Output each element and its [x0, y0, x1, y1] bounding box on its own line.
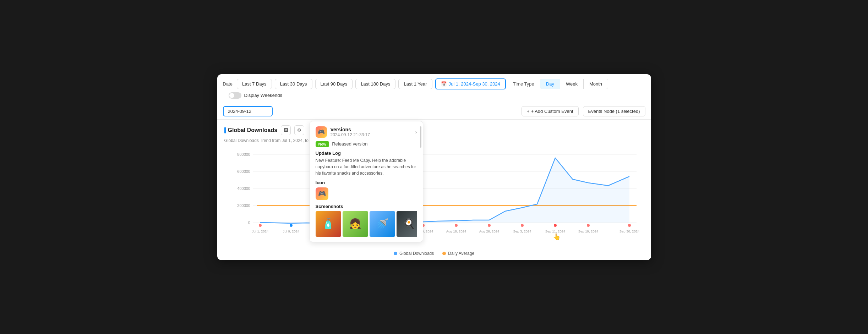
tab-30days[interactable]: Last 30 Days [275, 79, 312, 89]
display-weekends-toggle[interactable] [229, 92, 241, 99]
new-badge: New [316, 141, 329, 147]
version-row: 🎮 Versions 2024-09-12 21:33:17 › [316, 126, 417, 138]
svg-text:Sep 30, 2024: Sep 30, 2024 [619, 229, 639, 233]
chart-view-icon-btn[interactable]: 🖼 [281, 125, 291, 135]
time-type-week[interactable]: Week [560, 79, 584, 89]
update-log-text: New Feature: Feed Me Capy. Help the ador… [316, 157, 417, 176]
svg-text:200000: 200000 [237, 203, 250, 208]
svg-point-35 [628, 224, 631, 227]
update-log-title: Update Log [316, 150, 417, 156]
main-chart-svg: 800000 600000 400000 200000 0 Jul 1, 202… [224, 147, 644, 247]
date-label: Date [223, 81, 233, 87]
time-type-day[interactable]: Day [540, 79, 560, 89]
svg-text:Sep 11, 2024: Sep 11, 2024 [545, 229, 565, 233]
tooltip-popup: 🎮 Versions 2024-09-12 21:33:17 › New Rel… [310, 121, 423, 242]
tab-90days[interactable]: Last 90 Days [315, 79, 353, 89]
add-custom-event-button[interactable]: + + Add Custom Event [522, 106, 578, 116]
screenshot-1: 🧴 [316, 211, 341, 237]
tab-1year[interactable]: Last 1 Year [398, 79, 432, 89]
tooltip-scrollbar[interactable] [420, 126, 421, 148]
calendar-icon: 📅 [441, 81, 447, 87]
chart-settings-icon-btn[interactable]: ⚙ [294, 125, 304, 135]
svg-point-25 [290, 224, 293, 227]
date-range-button[interactable]: 📅 Jul 1, 2024-Sep 30, 2024 [435, 78, 506, 89]
screenshot-4: 🍳 [397, 211, 417, 237]
svg-text:0: 0 [248, 220, 250, 225]
icon-section-title: Icon [316, 180, 417, 185]
svg-text:Jul 1, 2024: Jul 1, 2024 [252, 229, 268, 233]
svg-text:Aug 26, 2024: Aug 26, 2024 [479, 229, 499, 233]
chevron-right-icon[interactable]: › [415, 129, 417, 135]
legend-label-downloads: Global Downloads [399, 251, 434, 256]
svg-text:👆: 👆 [553, 233, 561, 241]
legend-global-downloads: Global Downloads [394, 251, 434, 256]
time-type-month[interactable]: Month [584, 79, 608, 89]
version-date: 2024-09-12 21:33:17 [331, 132, 370, 137]
tab-180days[interactable]: Last 180 Days [355, 79, 395, 89]
legend-dot-blue [394, 252, 397, 255]
display-weekends-toggle-wrap: Display Weekends [229, 92, 282, 99]
main-window: Date Last 7 Days Last 30 Days Last 90 Da… [217, 74, 651, 260]
svg-text:400000: 400000 [237, 186, 250, 191]
chart-legend: Global Downloads Daily Average [224, 251, 644, 256]
version-app-icon: 🎮 [316, 126, 327, 138]
screenshots-title: Screenshots [316, 204, 417, 209]
version-title: Versions [331, 127, 370, 132]
date-input[interactable] [223, 106, 273, 116]
second-row: 🎮 Versions 2024-09-12 21:33:17 › New Rel… [217, 103, 651, 120]
svg-text:Aug 18, 2024: Aug 18, 2024 [446, 229, 466, 233]
time-type-group: Day Week Month [540, 79, 608, 89]
chart-area: Global Downloads 🖼 ⚙ Global Downloads Tr… [217, 120, 651, 260]
svg-point-33 [554, 224, 557, 227]
screenshots-row: 🧴 👧 🚿 🍳 🦵 [316, 211, 417, 237]
version-info: Versions 2024-09-12 21:33:17 [331, 127, 370, 137]
svg-point-34 [587, 224, 590, 227]
legend-label-average: Daily Average [448, 251, 474, 256]
svg-text:800000: 800000 [237, 152, 250, 157]
add-event-label: + Add Custom Event [531, 109, 573, 114]
chart-header: Global Downloads 🖼 ⚙ [224, 125, 644, 135]
svg-text:Sep 3, 2024: Sep 3, 2024 [513, 229, 531, 233]
events-node-button[interactable]: Events Node (1 selected) [583, 106, 645, 116]
screenshot-2: 👧 [343, 211, 368, 237]
legend-dot-orange [442, 252, 446, 255]
svg-text:Sep 19, 2024: Sep 19, 2024 [578, 229, 598, 233]
time-type-label: Time Type [513, 81, 534, 87]
screenshot-3: 🚿 [370, 211, 395, 237]
released-label: Released version [332, 141, 367, 147]
svg-text:Jul 9, 2024: Jul 9, 2024 [283, 229, 299, 233]
svg-point-24 [259, 224, 262, 227]
chart-svg-wrap: 🦊 FoxData 800000 600000 400000 200000 0 … [224, 147, 644, 248]
tab-7days[interactable]: Last 7 Days [237, 79, 272, 89]
tooltip-inner: 🎮 Versions 2024-09-12 21:33:17 › New Rel… [310, 121, 423, 242]
date-range-label: Jul 1, 2024-Sep 30, 2024 [449, 81, 500, 87]
plus-icon: + [527, 109, 530, 114]
chart-title: Global Downloads [224, 127, 278, 133]
legend-daily-average: Daily Average [442, 251, 474, 256]
svg-text:600000: 600000 [237, 169, 250, 174]
version-left: 🎮 Versions 2024-09-12 21:33:17 [316, 126, 370, 138]
svg-point-32 [521, 224, 524, 227]
svg-point-31 [488, 224, 491, 227]
top-bar: Date Last 7 Days Last 30 Days Last 90 Da… [217, 74, 651, 103]
display-weekends-label: Display Weekends [244, 93, 282, 98]
badge-row: New Released version [316, 141, 417, 147]
svg-point-30 [455, 224, 458, 227]
icon-preview: 🎮 [316, 187, 328, 200]
chart-subtitle: Global Downloads Trend from Jul 1, 2024,… [224, 138, 644, 143]
chart-title-bar-decoration [224, 127, 226, 133]
